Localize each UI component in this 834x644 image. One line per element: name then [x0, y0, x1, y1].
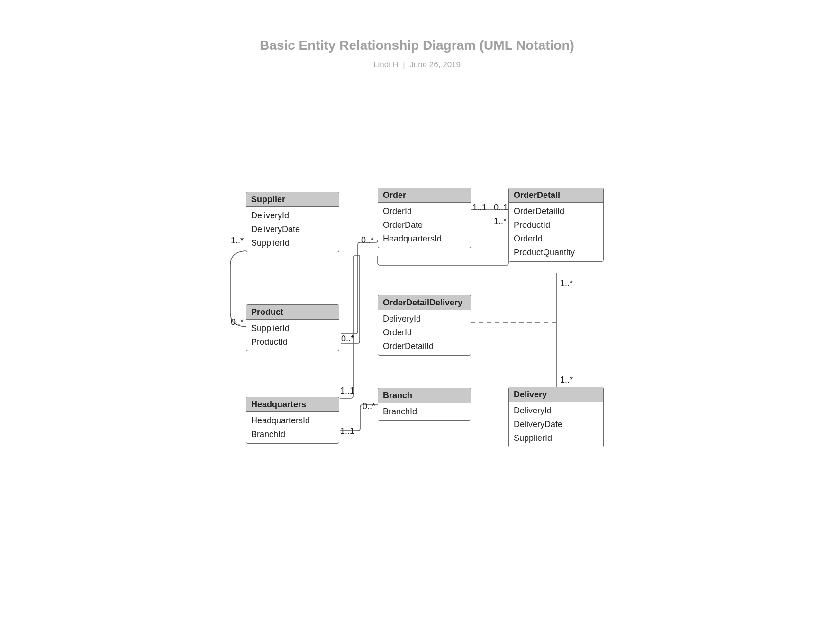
- attr: OrderDetailId: [514, 205, 598, 218]
- attr: ProductId: [514, 218, 598, 232]
- entity-delivery: Delivery DeliveryId DeliveryDate Supplie…: [508, 387, 604, 447]
- entity-body: SupplierId ProductId: [246, 320, 339, 351]
- entity-body: DeliveryId OrderId OrderDetailId: [378, 310, 471, 355]
- entity-body: DeliveryId DeliveryDate SupplierId: [246, 207, 339, 252]
- attr: HeadquartersId: [251, 414, 334, 428]
- attr: HeadquartersId: [383, 232, 466, 246]
- mult-hq-top: 1..1: [340, 386, 354, 396]
- mult-supplier: 1..*: [231, 236, 244, 246]
- entity-header: Order: [378, 188, 471, 203]
- mult-orderdetail-prod: 1..*: [494, 216, 507, 226]
- attr: ProductQuantity: [514, 246, 598, 259]
- entity-branch: Branch BranchId: [378, 388, 471, 421]
- mult-order-right: 1..1: [472, 203, 487, 213]
- entity-supplier: Supplier DeliveryId DeliveryDate Supplie…: [246, 192, 339, 252]
- entity-body: BranchId: [378, 403, 471, 420]
- entity-body: OrderId OrderDate HeadquartersId: [378, 203, 471, 248]
- mult-branch-left: 0..*: [363, 402, 375, 411]
- entity-header: Supplier: [246, 192, 339, 207]
- attr: BranchId: [251, 428, 334, 441]
- entity-body: DeliveryId DeliveryDate SupplierId: [509, 402, 603, 447]
- attr: ProductId: [251, 335, 334, 349]
- entity-orderdetail: OrderDetail OrderDetailId ProductId Orde…: [508, 188, 604, 262]
- attr: DeliveryId: [514, 404, 598, 418]
- attr: OrderId: [383, 326, 466, 340]
- attr: BranchId: [383, 405, 466, 419]
- entity-body: HeadquartersId BranchId: [246, 412, 339, 443]
- attr: DeliveryId: [251, 209, 334, 223]
- attr: DeliveryDate: [251, 223, 334, 236]
- entity-header: OrderDetail: [509, 188, 603, 203]
- diagram-canvas: Supplier DeliveryId DeliveryDate Supplie…: [0, 0, 834, 644]
- entity-orderdetaildelivery: OrderDetailDelivery DeliveryId OrderId O…: [378, 295, 471, 356]
- attr: SupplierId: [251, 322, 334, 335]
- attr: OrderDetailId: [383, 340, 466, 353]
- entity-body: OrderDetailId ProductId OrderId ProductQ…: [509, 203, 603, 261]
- entity-header: Headquarters: [246, 397, 339, 412]
- mult-order-left: 0..*: [361, 235, 374, 245]
- attr: OrderId: [514, 232, 598, 246]
- attr: SupplierId: [514, 431, 598, 445]
- entity-header: Branch: [378, 388, 471, 403]
- mult-orderdetail-left: 0..1: [494, 203, 508, 213]
- mult-od-del-top: 1..*: [560, 278, 573, 288]
- entity-header: OrderDetailDelivery: [378, 295, 471, 310]
- entity-header: Product: [246, 305, 339, 320]
- mult-hq-branch: 1..1: [340, 426, 354, 436]
- mult-product-right: 0..*: [341, 334, 354, 344]
- attr: OrderId: [383, 205, 466, 218]
- entity-headquarters: Headquarters HeadquartersId BranchId: [246, 397, 339, 444]
- entity-order: Order OrderId OrderDate HeadquartersId: [378, 188, 471, 248]
- mult-od-del-bot: 1..*: [560, 375, 573, 385]
- attr: DeliveryId: [383, 312, 466, 326]
- mult-product-left: 0..*: [231, 317, 244, 327]
- attr: OrderDate: [383, 218, 466, 232]
- attr: SupplierId: [251, 236, 334, 250]
- attr: DeliveryDate: [514, 418, 598, 431]
- entity-header: Delivery: [509, 387, 603, 402]
- entity-product: Product SupplierId ProductId: [246, 304, 339, 351]
